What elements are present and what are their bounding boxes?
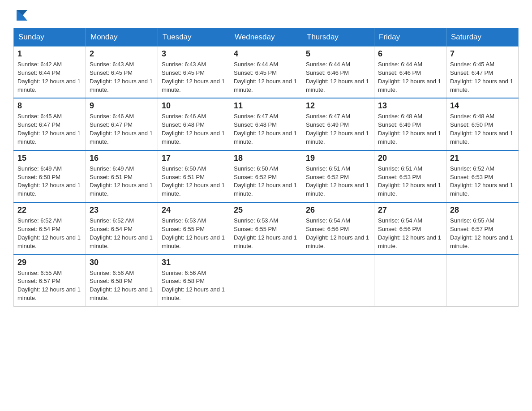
calendar-cell: 14 Sunrise: 6:48 AM Sunset: 6:50 PM Dayl…: [446, 98, 519, 150]
day-number: 28: [450, 206, 515, 215]
week-row-1: 1 Sunrise: 6:42 AM Sunset: 6:44 PM Dayli…: [14, 47, 519, 98]
day-number: 6: [378, 49, 442, 59]
calendar-cell: 17 Sunrise: 6:50 AM Sunset: 6:51 PM Dayl…: [158, 150, 230, 202]
calendar-cell: 4 Sunrise: 6:44 AM Sunset: 6:45 PM Dayli…: [230, 47, 302, 98]
calendar-cell: 29 Sunrise: 6:55 AM Sunset: 6:57 PM Dayl…: [14, 255, 86, 307]
calendar-cell: 8 Sunrise: 6:45 AM Sunset: 6:47 PM Dayli…: [14, 98, 86, 150]
calendar-cell: 7 Sunrise: 6:45 AM Sunset: 6:47 PM Dayli…: [446, 47, 519, 98]
weekday-header-row: Sunday Monday Tuesday Wednesday Thursday…: [14, 28, 519, 47]
day-info: Sunrise: 6:54 AM Sunset: 6:56 PM Dayligh…: [306, 217, 370, 250]
calendar-cell: 16 Sunrise: 6:49 AM Sunset: 6:51 PM Dayl…: [86, 150, 158, 202]
week-row-4: 22 Sunrise: 6:52 AM Sunset: 6:54 PM Dayl…: [14, 202, 519, 254]
day-number: 10: [162, 101, 226, 111]
day-number: 19: [306, 154, 370, 163]
day-number: 14: [450, 101, 515, 111]
calendar-cell: [230, 255, 302, 307]
day-info: Sunrise: 6:44 AM Sunset: 6:46 PM Dayligh…: [306, 60, 370, 94]
day-number: 8: [17, 101, 82, 111]
header-sunday: Sunday: [14, 28, 86, 47]
day-info: Sunrise: 6:48 AM Sunset: 6:50 PM Dayligh…: [450, 112, 515, 146]
calendar-cell: 21 Sunrise: 6:52 AM Sunset: 6:53 PM Dayl…: [446, 150, 519, 202]
day-info: Sunrise: 6:43 AM Sunset: 6:45 PM Dayligh…: [162, 60, 226, 94]
day-number: 25: [234, 206, 298, 215]
day-number: 5: [306, 49, 370, 59]
day-info: Sunrise: 6:49 AM Sunset: 6:50 PM Dayligh…: [17, 165, 82, 198]
day-number: 13: [378, 101, 442, 111]
calendar-cell: 20 Sunrise: 6:51 AM Sunset: 6:53 PM Dayl…: [374, 150, 446, 202]
calendar-cell: 24 Sunrise: 6:53 AM Sunset: 6:55 PM Dayl…: [158, 202, 230, 254]
calendar-cell: 31 Sunrise: 6:56 AM Sunset: 6:58 PM Dayl…: [158, 255, 230, 307]
day-info: Sunrise: 6:47 AM Sunset: 6:49 PM Dayligh…: [306, 112, 370, 146]
day-info: Sunrise: 6:49 AM Sunset: 6:51 PM Dayligh…: [90, 165, 154, 198]
week-row-5: 29 Sunrise: 6:55 AM Sunset: 6:57 PM Dayl…: [14, 255, 519, 307]
calendar-cell: [374, 255, 446, 307]
day-info: Sunrise: 6:53 AM Sunset: 6:55 PM Dayligh…: [234, 217, 298, 250]
day-info: Sunrise: 6:48 AM Sunset: 6:49 PM Dayligh…: [378, 112, 442, 146]
day-info: Sunrise: 6:52 AM Sunset: 6:54 PM Dayligh…: [17, 217, 82, 250]
day-number: 2: [90, 49, 154, 59]
calendar-cell: 11 Sunrise: 6:47 AM Sunset: 6:48 PM Dayl…: [230, 98, 302, 150]
calendar-cell: 6 Sunrise: 6:44 AM Sunset: 6:46 PM Dayli…: [374, 47, 446, 98]
week-row-3: 15 Sunrise: 6:49 AM Sunset: 6:50 PM Dayl…: [14, 150, 519, 202]
calendar-cell: 3 Sunrise: 6:43 AM Sunset: 6:45 PM Dayli…: [158, 47, 230, 98]
day-info: Sunrise: 6:55 AM Sunset: 6:57 PM Dayligh…: [450, 217, 515, 250]
day-info: Sunrise: 6:56 AM Sunset: 6:58 PM Dayligh…: [162, 269, 226, 303]
header-monday: Monday: [86, 28, 158, 47]
day-info: Sunrise: 6:50 AM Sunset: 6:51 PM Dayligh…: [162, 165, 226, 198]
day-number: 29: [17, 258, 82, 267]
day-number: 16: [90, 154, 154, 163]
calendar-cell: [446, 255, 519, 307]
logo-flag-icon: [15, 7, 29, 21]
day-info: Sunrise: 6:51 AM Sunset: 6:52 PM Dayligh…: [306, 165, 370, 198]
calendar-cell: 22 Sunrise: 6:52 AM Sunset: 6:54 PM Dayl…: [14, 202, 86, 254]
header-wednesday: Wednesday: [230, 28, 302, 47]
calendar-cell: 19 Sunrise: 6:51 AM Sunset: 6:52 PM Dayl…: [302, 150, 374, 202]
week-row-2: 8 Sunrise: 6:45 AM Sunset: 6:47 PM Dayli…: [14, 98, 519, 150]
day-info: Sunrise: 6:46 AM Sunset: 6:47 PM Dayligh…: [90, 112, 154, 146]
calendar-cell: 2 Sunrise: 6:43 AM Sunset: 6:45 PM Dayli…: [86, 47, 158, 98]
calendar-cell: 12 Sunrise: 6:47 AM Sunset: 6:49 PM Dayl…: [302, 98, 374, 150]
calendar-cell: 18 Sunrise: 6:50 AM Sunset: 6:52 PM Dayl…: [230, 150, 302, 202]
day-info: Sunrise: 6:51 AM Sunset: 6:53 PM Dayligh…: [378, 165, 442, 198]
calendar-cell: 27 Sunrise: 6:54 AM Sunset: 6:56 PM Dayl…: [374, 202, 446, 254]
header-thursday: Thursday: [302, 28, 374, 47]
calendar-cell: 28 Sunrise: 6:55 AM Sunset: 6:57 PM Dayl…: [446, 202, 519, 254]
calendar-cell: 30 Sunrise: 6:56 AM Sunset: 6:58 PM Dayl…: [86, 255, 158, 307]
header-tuesday: Tuesday: [158, 28, 230, 47]
day-info: Sunrise: 6:52 AM Sunset: 6:53 PM Dayligh…: [450, 165, 515, 198]
header-saturday: Saturday: [446, 28, 519, 47]
calendar-cell: 9 Sunrise: 6:46 AM Sunset: 6:47 PM Dayli…: [86, 98, 158, 150]
calendar-cell: 13 Sunrise: 6:48 AM Sunset: 6:49 PM Dayl…: [374, 98, 446, 150]
calendar-cell: 25 Sunrise: 6:53 AM Sunset: 6:55 PM Dayl…: [230, 202, 302, 254]
day-info: Sunrise: 6:46 AM Sunset: 6:48 PM Dayligh…: [162, 112, 226, 146]
calendar-cell: 5 Sunrise: 6:44 AM Sunset: 6:46 PM Dayli…: [302, 47, 374, 98]
page-header: [13, 9, 519, 20]
calendar-cell: 23 Sunrise: 6:52 AM Sunset: 6:54 PM Dayl…: [86, 202, 158, 254]
day-number: 3: [162, 49, 226, 59]
calendar-cell: [302, 255, 374, 307]
day-number: 18: [234, 154, 298, 163]
day-info: Sunrise: 6:52 AM Sunset: 6:54 PM Dayligh…: [90, 217, 154, 250]
calendar-table: Sunday Monday Tuesday Wednesday Thursday…: [13, 28, 519, 307]
day-info: Sunrise: 6:50 AM Sunset: 6:52 PM Dayligh…: [234, 165, 298, 198]
day-number: 27: [378, 206, 442, 215]
day-number: 26: [306, 206, 370, 215]
day-info: Sunrise: 6:44 AM Sunset: 6:46 PM Dayligh…: [378, 60, 442, 94]
calendar-cell: 1 Sunrise: 6:42 AM Sunset: 6:44 PM Dayli…: [14, 47, 86, 98]
calendar-cell: 10 Sunrise: 6:46 AM Sunset: 6:48 PM Dayl…: [158, 98, 230, 150]
day-number: 31: [162, 258, 226, 267]
day-info: Sunrise: 6:43 AM Sunset: 6:45 PM Dayligh…: [90, 60, 154, 94]
day-number: 24: [162, 206, 226, 215]
day-number: 21: [450, 154, 515, 163]
day-info: Sunrise: 6:55 AM Sunset: 6:57 PM Dayligh…: [17, 269, 82, 303]
day-number: 12: [306, 101, 370, 111]
day-info: Sunrise: 6:45 AM Sunset: 6:47 PM Dayligh…: [17, 112, 82, 146]
day-number: 22: [17, 206, 82, 215]
day-number: 15: [17, 154, 82, 163]
day-info: Sunrise: 6:56 AM Sunset: 6:58 PM Dayligh…: [90, 269, 154, 303]
logo: [13, 9, 29, 20]
day-info: Sunrise: 6:45 AM Sunset: 6:47 PM Dayligh…: [450, 60, 515, 94]
day-info: Sunrise: 6:44 AM Sunset: 6:45 PM Dayligh…: [234, 60, 298, 94]
day-number: 9: [90, 101, 154, 111]
day-info: Sunrise: 6:47 AM Sunset: 6:48 PM Dayligh…: [234, 112, 298, 146]
